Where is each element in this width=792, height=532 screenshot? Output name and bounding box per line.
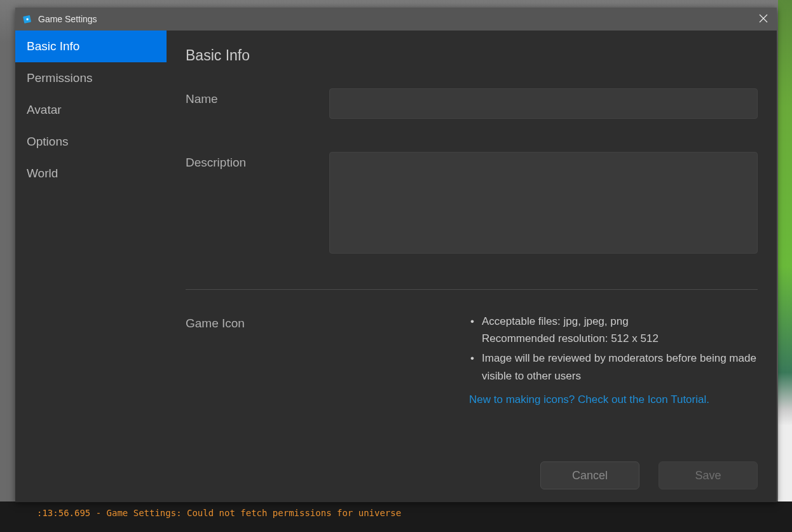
sidebar: Basic Info Permissions Avatar Options Wo…	[15, 31, 167, 449]
close-icon[interactable]	[754, 11, 773, 27]
console-log-line: :13:56.695 - Game Settings: Could not fe…	[37, 508, 401, 518]
sidebar-item-options[interactable]: Options	[15, 126, 167, 158]
info-item-acceptable-files: Acceptable files: jpg, jpeg, png Recomme…	[469, 313, 758, 347]
info-text: Recommended resolution: 512 x 512	[482, 332, 659, 344]
sidebar-item-basic-info[interactable]: Basic Info	[15, 31, 167, 62]
description-label: Description	[186, 152, 329, 256]
description-input[interactable]	[329, 152, 758, 254]
cancel-button[interactable]: Cancel	[540, 461, 639, 489]
sidebar-item-label: Avatar	[27, 103, 62, 116]
svg-rect-1	[26, 18, 29, 21]
sidebar-item-avatar[interactable]: Avatar	[15, 94, 167, 126]
icon-tutorial-link[interactable]: New to making icons? Check out the Icon …	[469, 393, 709, 406]
sidebar-item-label: World	[27, 167, 58, 180]
content-panel: Basic Info Name Description Game Icon	[167, 31, 777, 449]
sidebar-item-label: Permissions	[27, 71, 92, 85]
game-settings-dialog: Game Settings Basic Info Permissions Ava…	[15, 8, 777, 502]
game-icon-info-panel: Acceptable files: jpg, jpeg, png Recomme…	[329, 313, 758, 406]
name-input[interactable]	[329, 88, 758, 119]
game-icon-row: Game Icon Acceptable files: jpg, jpeg, p…	[186, 313, 758, 406]
titlebar: Game Settings	[15, 8, 777, 31]
game-icon-label: Game Icon	[186, 313, 329, 406]
sidebar-item-world[interactable]: World	[15, 158, 167, 189]
backdrop-game-strip	[778, 0, 792, 532]
description-field-row: Description	[186, 152, 758, 256]
sidebar-item-label: Basic Info	[27, 39, 79, 53]
description-input-wrapper	[329, 152, 758, 256]
save-button[interactable]: Save	[659, 461, 758, 489]
dialog-footer: Cancel Save	[15, 449, 777, 502]
info-text: Acceptable files: jpg, jpeg, png	[482, 315, 629, 327]
sidebar-item-permissions[interactable]: Permissions	[15, 62, 167, 94]
name-field-row: Name	[186, 88, 758, 119]
dialog-title: Game Settings	[38, 14, 97, 24]
sidebar-item-label: Options	[27, 135, 68, 148]
section-divider	[186, 289, 758, 290]
name-input-wrapper	[329, 88, 758, 119]
roblox-studio-icon	[22, 13, 33, 25]
name-label: Name	[186, 88, 329, 119]
page-title: Basic Info	[186, 47, 758, 64]
backdrop-console-area: :13:56.695 - Game Settings: Could not fe…	[0, 501, 792, 532]
dialog-body: Basic Info Permissions Avatar Options Wo…	[15, 31, 777, 449]
game-icon-info-list: Acceptable files: jpg, jpeg, png Recomme…	[469, 313, 758, 385]
info-item-moderation: Image will be reviewed by moderators bef…	[469, 350, 758, 384]
